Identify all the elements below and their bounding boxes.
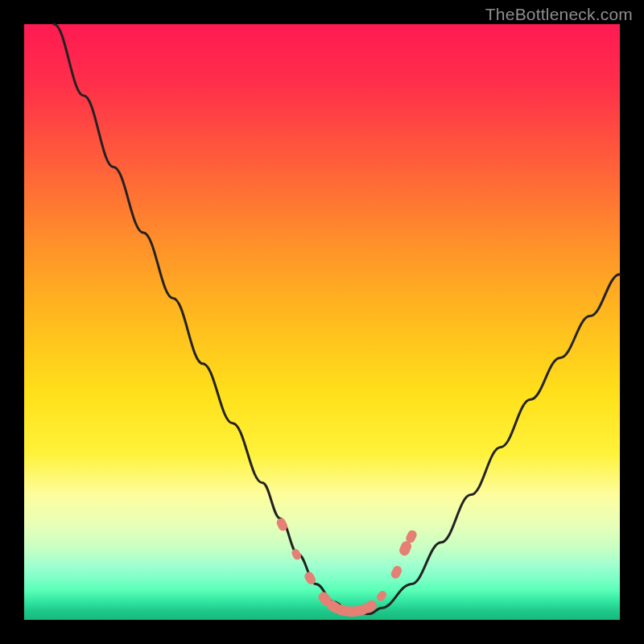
chart-frame: TheBottleneck.com — [0, 0, 644, 644]
curve-marker — [291, 547, 303, 561]
curve-layer — [54, 24, 620, 614]
marker-layer — [275, 517, 419, 617]
bottleneck-curve — [54, 24, 620, 614]
curve-marker — [390, 564, 403, 580]
plot-area — [24, 24, 620, 620]
curve-marker — [375, 589, 388, 603]
attribution-text: TheBottleneck.com — [485, 5, 633, 24]
chart-svg — [24, 24, 620, 620]
